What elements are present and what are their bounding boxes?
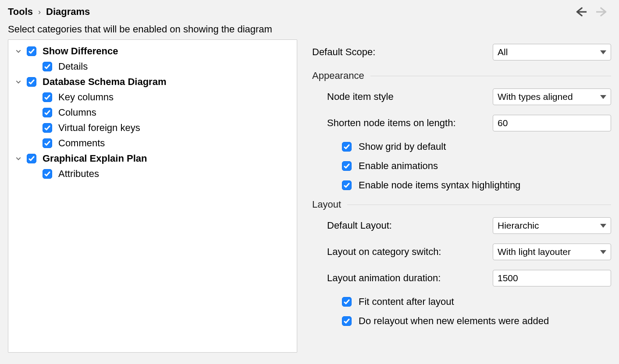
tree-item-label: Attributes bbox=[58, 168, 99, 180]
label-shorten-length: Shorten node items on length: bbox=[327, 117, 456, 129]
row-fit-content[interactable]: Fit content after layout bbox=[312, 296, 611, 307]
row-enable-animations[interactable]: Enable animations bbox=[312, 160, 611, 172]
select-node-item-style[interactable]: With types aligned bbox=[493, 88, 611, 105]
nav-arrows bbox=[575, 6, 611, 18]
label-layout-on-switch: Layout on category switch: bbox=[327, 246, 441, 258]
tree-item-show-difference[interactable]: Show Difference bbox=[11, 43, 294, 59]
row-animation-duration: Layout animation duration: bbox=[312, 270, 611, 286]
checkbox[interactable] bbox=[342, 161, 352, 171]
checkbox-label: Fit content after layout bbox=[359, 296, 454, 307]
checkbox[interactable] bbox=[27, 46, 36, 56]
input-animation-duration[interactable] bbox=[493, 270, 611, 286]
tree-item-columns[interactable]: Columns bbox=[11, 105, 294, 120]
tree-item-label: Virtual foreign keys bbox=[58, 122, 140, 134]
tree-item-label: Columns bbox=[58, 107, 96, 118]
tree-item-label: Show Difference bbox=[43, 46, 118, 57]
chevron-down-icon bbox=[600, 95, 606, 99]
tree-item-label: Database Schema Diagram bbox=[43, 76, 166, 88]
label-default-layout: Default Layout: bbox=[327, 220, 392, 231]
checkbox[interactable] bbox=[43, 92, 52, 102]
checkbox-label: Enable node items syntax highlighting bbox=[359, 180, 520, 191]
chevron-down-icon bbox=[600, 50, 606, 54]
row-syntax-highlight[interactable]: Enable node items syntax highlighting bbox=[312, 180, 611, 191]
checkbox[interactable] bbox=[43, 62, 52, 71]
tree-item-database-schema-diagram[interactable]: Database Schema Diagram bbox=[11, 74, 294, 89]
forward-arrow-icon bbox=[596, 6, 608, 18]
section-layout: Layout bbox=[312, 199, 611, 210]
checkbox[interactable] bbox=[342, 316, 352, 326]
chevron-down-icon[interactable] bbox=[14, 78, 22, 86]
chevron-down-icon bbox=[600, 250, 606, 254]
section-rule bbox=[370, 76, 611, 76]
select-default-scope[interactable]: All bbox=[493, 44, 611, 60]
select-value: With light layouter bbox=[498, 247, 571, 257]
row-default-layout: Default Layout: Hierarchic bbox=[312, 217, 611, 234]
select-value: With types aligned bbox=[498, 92, 573, 102]
row-node-item-style: Node item style With types aligned bbox=[312, 88, 611, 105]
row-do-relayout[interactable]: Do relayout when new elements were added bbox=[312, 315, 611, 327]
tree-item-label: Comments bbox=[58, 138, 105, 149]
tree-item-label: Graphical Explain Plan bbox=[43, 153, 147, 164]
back-arrow-icon[interactable] bbox=[575, 6, 587, 18]
tree-item-attributes[interactable]: Attributes bbox=[11, 166, 294, 181]
checkbox-label: Do relayout when new elements were added bbox=[359, 315, 549, 327]
select-layout-on-switch[interactable]: With light layouter bbox=[493, 244, 611, 260]
chevron-down-icon bbox=[600, 224, 606, 228]
checkbox[interactable] bbox=[27, 154, 36, 163]
checkbox[interactable] bbox=[43, 123, 52, 133]
breadcrumb: Tools › Diagrams bbox=[8, 6, 90, 18]
checkbox-label: Show grid by default bbox=[359, 141, 446, 152]
section-label: Layout bbox=[312, 199, 341, 210]
row-default-scope: Default Scope: All bbox=[312, 44, 611, 60]
tree-item-label: Details bbox=[58, 61, 88, 72]
header: Tools › Diagrams bbox=[0, 0, 619, 21]
checkbox[interactable] bbox=[43, 108, 52, 117]
row-shorten-length: Shorten node items on length: bbox=[312, 115, 611, 131]
row-show-grid[interactable]: Show grid by default bbox=[312, 141, 611, 152]
section-rule bbox=[347, 205, 611, 205]
checkbox[interactable] bbox=[342, 142, 352, 152]
checkbox[interactable] bbox=[43, 169, 52, 179]
page-subtitle: Select categories that will be enabled o… bbox=[0, 21, 619, 39]
categories-tree: Show Difference Details Database Schema … bbox=[8, 39, 297, 353]
checkbox[interactable] bbox=[342, 180, 352, 190]
tree-item-comments[interactable]: Comments bbox=[11, 135, 294, 151]
checkbox[interactable] bbox=[342, 297, 352, 307]
breadcrumb-diagrams[interactable]: Diagrams bbox=[46, 6, 90, 18]
breadcrumb-tools[interactable]: Tools bbox=[8, 6, 33, 18]
label-node-item-style: Node item style bbox=[327, 91, 394, 102]
chevron-down-icon[interactable] bbox=[14, 155, 22, 163]
settings-form: Default Scope: All Appearance Node item … bbox=[297, 39, 611, 353]
select-value: Hierarchic bbox=[498, 220, 539, 231]
input-shorten-length[interactable] bbox=[493, 115, 611, 131]
row-layout-on-switch: Layout on category switch: With light la… bbox=[312, 244, 611, 260]
select-value: All bbox=[498, 47, 508, 57]
checkbox-label: Enable animations bbox=[359, 160, 438, 172]
label-default-scope: Default Scope: bbox=[312, 46, 375, 58]
label-animation-duration: Layout animation duration: bbox=[327, 272, 441, 284]
tree-item-graphical-explain-plan[interactable]: Graphical Explain Plan bbox=[11, 151, 294, 166]
checkbox[interactable] bbox=[27, 77, 36, 87]
chevron-down-icon[interactable] bbox=[14, 47, 22, 55]
checkbox[interactable] bbox=[43, 138, 52, 148]
tree-item-virtual-foreign-keys[interactable]: Virtual foreign keys bbox=[11, 120, 294, 135]
select-default-layout[interactable]: Hierarchic bbox=[493, 217, 611, 234]
section-label: Appearance bbox=[312, 70, 364, 81]
section-appearance: Appearance bbox=[312, 70, 611, 81]
tree-item-label: Key columns bbox=[58, 92, 114, 103]
breadcrumb-separator-icon: › bbox=[38, 7, 41, 17]
tree-item-key-columns[interactable]: Key columns bbox=[11, 89, 294, 105]
tree-item-details[interactable]: Details bbox=[11, 59, 294, 74]
